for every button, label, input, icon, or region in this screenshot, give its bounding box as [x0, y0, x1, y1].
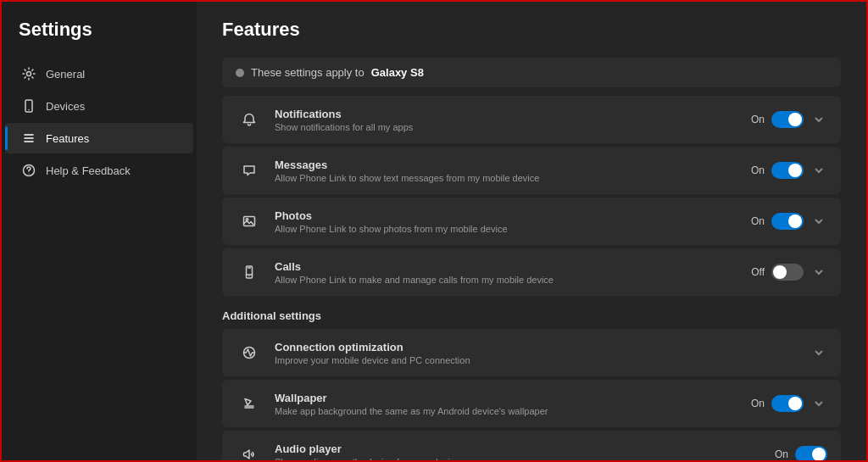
feature-desc-wallpaper: Make app background the same as my Andro…	[275, 406, 739, 416]
feature-row-audio: Audio player Show audio currently playin…	[222, 431, 841, 460]
photos-toggle[interactable]	[771, 213, 804, 230]
sidebar-item-general-label: General	[46, 68, 85, 81]
feature-right-wallpaper: On	[751, 395, 827, 412]
feature-text-audio: Audio player Show audio currently playin…	[275, 443, 763, 461]
feature-desc-connection: Improve your mobile device and PC connec…	[275, 355, 798, 365]
feature-desc-messages: Allow Phone Link to show text messages f…	[275, 173, 739, 183]
notifications-chevron[interactable]	[810, 111, 827, 128]
connection-icon-wrap	[236, 339, 263, 366]
audio-icon	[242, 448, 256, 460]
device-text-prefix: These settings apply to	[251, 66, 364, 79]
svg-point-0	[27, 72, 31, 76]
phone-icon	[22, 99, 36, 113]
feature-title-notifications: Notifications	[275, 108, 739, 120]
svg-point-12	[248, 276, 249, 276]
photo-icon-wrap	[236, 208, 263, 235]
audio-state: On	[775, 448, 788, 460]
messages-state: On	[751, 164, 765, 176]
wallpaper-icon-wrap	[236, 390, 263, 417]
notifications-toggle[interactable]	[771, 111, 804, 128]
calls-toggle[interactable]	[771, 264, 804, 281]
feature-right-audio: On	[775, 446, 827, 460]
sidebar-item-devices[interactable]: Devices	[5, 91, 193, 121]
messages-toggle[interactable]	[771, 162, 804, 179]
feature-row-messages: Messages Allow Phone Link to show text m…	[222, 147, 841, 194]
feature-title-connection: Connection optimization	[275, 341, 798, 353]
audio-toggle[interactable]	[795, 446, 827, 460]
messages-chevron[interactable]	[810, 162, 827, 179]
wallpaper-icon	[242, 397, 256, 410]
device-name: Galaxy S8	[371, 66, 424, 79]
feature-right-messages: On	[751, 162, 827, 179]
page-title: Features	[222, 19, 841, 41]
sidebar-item-features[interactable]: Features	[5, 123, 193, 153]
sidebar-item-help[interactable]: Help & Feedback	[5, 155, 193, 186]
message-icon	[242, 164, 256, 177]
feature-title-photos: Photos	[275, 209, 739, 222]
device-dot	[236, 69, 244, 77]
feature-row-connection: Connection optimization Improve your mob…	[222, 329, 841, 376]
notifications-state: On	[751, 114, 765, 125]
sidebar-item-general[interactable]: General	[5, 58, 193, 89]
help-icon	[22, 164, 36, 177]
feature-title-calls: Calls	[275, 260, 739, 273]
sidebar-item-devices-label: Devices	[46, 100, 85, 113]
feature-text-connection: Connection optimization Improve your mob…	[275, 341, 798, 365]
audio-icon-wrap	[236, 441, 263, 460]
feature-right-photos: On	[751, 213, 827, 230]
additional-settings-label: Additional settings	[222, 309, 841, 322]
feature-title-audio: Audio player	[275, 443, 763, 455]
feature-title-messages: Messages	[275, 159, 739, 171]
calls-state: Off	[751, 266, 765, 278]
photos-chevron[interactable]	[810, 213, 827, 230]
feature-row-wallpaper: Wallpaper Make app background the same a…	[222, 380, 841, 427]
wallpaper-toggle[interactable]	[771, 395, 804, 412]
sidebar-item-help-label: Help & Feedback	[46, 164, 131, 177]
main-content: Features These settings apply to Galaxy …	[197, 2, 866, 460]
photo-icon	[242, 214, 256, 228]
message-icon-wrap	[236, 157, 263, 184]
call-icon-wrap	[236, 259, 263, 286]
calls-chevron[interactable]	[810, 264, 827, 281]
connection-icon	[242, 346, 256, 359]
svg-point-2	[28, 109, 30, 111]
sidebar-item-features-label: Features	[46, 132, 89, 145]
bell-icon	[242, 113, 256, 126]
wallpaper-state: On	[751, 398, 765, 409]
feature-right-calls: Off	[751, 264, 827, 281]
feature-text-messages: Messages Allow Phone Link to show text m…	[275, 159, 739, 183]
feature-desc-calls: Allow Phone Link to make and manage call…	[275, 275, 739, 285]
feature-text-photos: Photos Allow Phone Link to show photos f…	[275, 209, 739, 234]
wallpaper-chevron[interactable]	[810, 395, 827, 412]
feature-desc-photos: Allow Phone Link to show photos from my …	[275, 224, 739, 234]
feature-right-notifications: On	[751, 111, 827, 128]
device-indicator: These settings apply to Galaxy S8	[222, 58, 841, 87]
feature-title-wallpaper: Wallpaper	[275, 392, 739, 404]
call-icon	[242, 265, 256, 279]
connection-chevron[interactable]	[810, 344, 827, 361]
app-title: Settings	[2, 19, 197, 58]
feature-text-notifications: Notifications Show notifications for all…	[275, 108, 739, 132]
gear-icon	[22, 67, 36, 81]
feature-right-connection	[810, 344, 827, 361]
feature-desc-notifications: Show notifications for all my apps	[275, 122, 739, 132]
feature-text-calls: Calls Allow Phone Link to make and manag…	[275, 260, 739, 285]
feature-row-calls: Calls Allow Phone Link to make and manag…	[222, 248, 841, 296]
sidebar: Settings General Devices Features Help &…	[2, 2, 197, 460]
feature-desc-audio: Show audio currently playing from my dev…	[275, 457, 763, 461]
feature-row-notifications: Notifications Show notifications for all…	[222, 96, 841, 143]
svg-point-7	[28, 173, 29, 174]
bell-icon-wrap	[236, 106, 263, 133]
feature-row-photos: Photos Allow Phone Link to show photos f…	[222, 198, 841, 245]
photos-state: On	[751, 215, 765, 227]
feature-text-wallpaper: Wallpaper Make app background the same a…	[275, 392, 739, 416]
list-icon	[22, 131, 36, 145]
